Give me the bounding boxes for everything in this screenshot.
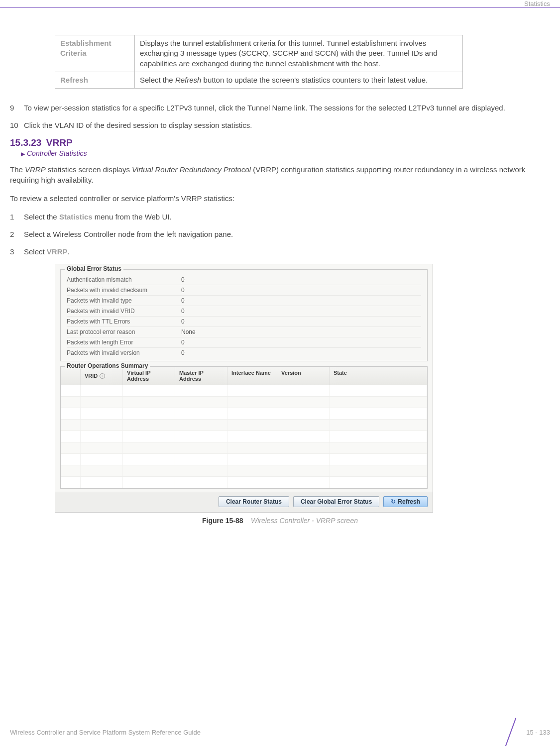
status-row: Packets with invalid checksum0: [67, 285, 421, 296]
breadcrumb-arrow-icon: ▶: [21, 151, 25, 157]
table-row: Refresh Select the Refresh button to upd…: [55, 72, 463, 88]
bold-text: VRRP: [47, 247, 68, 256]
step-number: 1: [10, 212, 24, 222]
column-header[interactable]: State: [330, 367, 427, 385]
panel-legend: Router Operations Summary: [65, 362, 150, 369]
status-key: Packets with TTL Errors: [67, 318, 181, 325]
header-section-label: Statistics: [524, 0, 550, 7]
breadcrumb[interactable]: ▶Controller Statistics: [21, 149, 550, 157]
page-number: 15 - 133: [526, 729, 550, 736]
paragraph: The VRRP statistics screen displays Virt…: [10, 164, 550, 185]
status-row: Packets with TTL Errors0: [67, 317, 421, 327]
status-value: 0: [181, 349, 185, 356]
status-key: Last protocol error reason: [67, 328, 181, 335]
table-row: [61, 408, 427, 420]
step-item: 3 Select VRRP.: [10, 246, 550, 257]
text: VRID: [85, 373, 98, 379]
column-header[interactable]: [61, 367, 81, 385]
status-value: 0: [181, 308, 185, 315]
status-row: Packets with length Error0: [67, 337, 421, 348]
global-error-status-panel: Global Error Status Authentication misma…: [60, 269, 428, 361]
column-header[interactable]: Virtual IP Address: [123, 367, 175, 385]
clear-router-status-button[interactable]: Clear Router Status: [219, 496, 289, 507]
row-desc: Displays the tunnel establishment criter…: [135, 35, 463, 72]
text: button to update the screen's statistics…: [201, 76, 428, 84]
step-text: To view per-session statistics for a spe…: [24, 103, 550, 113]
status-key: Packets with invalid checksum: [67, 287, 181, 294]
table-row: [61, 454, 427, 465]
table-row: [61, 465, 427, 477]
italic-text: VRRP: [25, 165, 46, 174]
step-number: 10: [10, 120, 24, 130]
step-number: 9: [10, 103, 24, 113]
page-footer: Wireless Controller and Service Platform…: [10, 720, 550, 744]
panel-legend: Global Error Status: [65, 265, 123, 272]
paragraph: To review a selected controller or servi…: [10, 193, 550, 204]
step-text: Select VRRP.: [24, 246, 550, 257]
table-row: [61, 431, 427, 442]
figure-label: Figure 15-88: [202, 517, 243, 525]
refresh-icon: ↻: [391, 498, 396, 505]
router-table-header: VRID⋅ Virtual IP Address Master IP Addre…: [61, 367, 427, 385]
status-key: Authentication mismatch: [67, 276, 181, 283]
step-item: 2 Select a Wireless Controller node from…: [10, 229, 550, 239]
italic-text: Refresh: [175, 76, 202, 84]
router-table-body: [61, 385, 427, 488]
button-bar: Clear Router Status Clear Global Error S…: [55, 492, 433, 512]
text: statistics screen displays: [46, 165, 132, 174]
step-item: 1 Select the Statistics menu from the We…: [10, 212, 550, 222]
section-title-text: VRRP: [46, 137, 73, 148]
status-value: 0: [181, 276, 185, 283]
table-row: [61, 420, 427, 431]
top-divider: [0, 7, 560, 8]
text: The: [10, 165, 25, 174]
text: Select: [24, 247, 47, 256]
refresh-label: Refresh: [398, 498, 420, 505]
status-row: Authentication mismatch0: [67, 275, 421, 285]
table-row: [61, 442, 427, 454]
refresh-button[interactable]: ↻ Refresh: [383, 496, 428, 507]
status-key: Packets with invalid VRID: [67, 308, 181, 315]
page-content: Establishment Criteria Displays the tunn…: [10, 35, 550, 525]
step-list-a: 9 To view per-session statistics for a s…: [10, 103, 550, 130]
status-value: 0: [181, 287, 185, 294]
step-item: 10 Click the VLAN ID of the desired sess…: [10, 120, 550, 130]
column-header[interactable]: Interface Name: [227, 367, 277, 385]
status-key: Packets with invalid version: [67, 349, 181, 356]
bold-text: Statistics: [59, 213, 93, 221]
breadcrumb-text: Controller Statistics: [27, 149, 87, 157]
table-row: [61, 477, 427, 488]
text: Select the: [140, 76, 175, 84]
clear-global-error-status-button[interactable]: Clear Global Error Status: [293, 496, 379, 507]
figure-caption-text: Wireless Controller - VRRP screen: [251, 517, 358, 525]
row-label: Refresh: [55, 72, 135, 88]
status-value: None: [181, 328, 196, 335]
step-text: Select a Wireless Controller node from t…: [24, 229, 550, 239]
row-label: Establishment Criteria: [55, 35, 135, 72]
step-text: Select the Statistics menu from the Web …: [24, 212, 550, 222]
table-row: [61, 397, 427, 408]
column-header[interactable]: Version: [277, 367, 330, 385]
column-header[interactable]: Master IP Address: [175, 367, 227, 385]
figure-caption: Figure 15-88 Wireless Controller - VRRP …: [10, 517, 550, 525]
status-row: Packets with invalid version0: [67, 348, 421, 358]
step-number: 3: [10, 246, 24, 257]
text: Select the: [24, 213, 59, 221]
step-item: 9 To view per-session statistics for a s…: [10, 103, 550, 113]
table-row: [61, 385, 427, 397]
status-value: 0: [181, 339, 185, 346]
section-number: 15.3.23: [10, 137, 41, 148]
status-row: Last protocol error reasonNone: [67, 327, 421, 337]
sort-icon[interactable]: ⋅: [100, 373, 105, 379]
status-value: 0: [181, 318, 185, 325]
text: menu from the Web UI.: [93, 213, 172, 221]
step-number: 2: [10, 229, 24, 239]
vrrp-screenshot: Global Error Status Authentication misma…: [55, 264, 433, 513]
status-row: Packets with invalid type0: [67, 296, 421, 306]
status-key: Packets with invalid type: [67, 297, 181, 304]
status-value: 0: [181, 297, 185, 304]
router-ops-summary-panel: Router Operations Summary VRID⋅ Virtual …: [60, 366, 428, 489]
step-list-b: 1 Select the Statistics menu from the We…: [10, 212, 550, 257]
column-header-vrid[interactable]: VRID⋅: [81, 367, 123, 385]
field-description-table: Establishment Criteria Displays the tunn…: [55, 35, 463, 89]
